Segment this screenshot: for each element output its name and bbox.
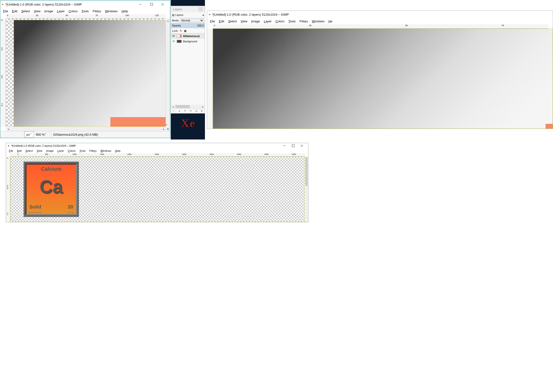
minimize-button[interactable] [135, 1, 146, 8]
menu-layer[interactable]: Layer [56, 149, 66, 153]
menu-colors[interactable]: Colors [274, 19, 286, 24]
layer-item[interactable]: 👁 Background [171, 39, 205, 44]
lock-paint-icon[interactable]: ✎ [180, 29, 182, 32]
delete-layer-icon[interactable]: 🗑 [200, 109, 203, 113]
maximize-button[interactable] [289, 143, 298, 148]
panel-titlebar[interactable]: Layers [171, 6, 205, 12]
menu-filters[interactable]: Filters [298, 19, 309, 24]
new-layer-icon[interactable]: ▭ [172, 109, 175, 113]
maximize-button[interactable] [146, 1, 157, 8]
panel-config-icon[interactable]: ◂ [202, 14, 204, 17]
menu-layer[interactable]: Layer [262, 19, 273, 24]
canvas[interactable] [213, 29, 553, 129]
gimp-window-3: *[Untitled]-1.0 (RGB color, 2 layers) 51… [6, 143, 308, 222]
scroll-right-icon[interactable]: ▸ [161, 127, 166, 131]
panel-menu-icon[interactable] [198, 7, 203, 11]
scrollbar-horizontal[interactable]: ◂ ▸ [6, 127, 166, 131]
scrollbar-vertical[interactable] [305, 157, 308, 222]
duplicate-layer-icon[interactable]: ⧉ [189, 109, 192, 113]
opacity-value: 100.0 [197, 24, 204, 27]
menu-filters[interactable]: Filters [88, 149, 98, 153]
scroll-thumb[interactable] [175, 105, 190, 108]
menu-filters[interactable]: Filters [91, 9, 103, 14]
menu-select[interactable]: Select [227, 19, 238, 24]
layers-tab[interactable]: Layers [175, 14, 183, 16]
titlebar[interactable]: *[Untitled]-1.0 (RGB color, 2 layers) 51… [0, 1, 170, 8]
opacity-row[interactable]: Opacity 100.0 [171, 23, 205, 28]
menu-file[interactable]: File [7, 149, 15, 153]
close-button[interactable] [298, 143, 306, 148]
menu-select[interactable]: Select [20, 9, 31, 14]
menu-tools[interactable]: Tools [287, 19, 297, 24]
menu-file[interactable]: File [209, 19, 217, 24]
menu-edit[interactable]: Edit [217, 19, 226, 24]
ruler-horizontal[interactable]: 0 25 50 75 [213, 24, 548, 29]
ruler-vertical[interactable]: 0 5 0 0 1 0 [6, 157, 10, 222]
ruler-horizontal[interactable]: 0 500 1000 1500 2000 2500 3000 3500 4000… [10, 153, 305, 157]
menu-windows[interactable]: Windows [311, 19, 326, 24]
scroll-track[interactable] [10, 127, 161, 131]
scroll-up-icon[interactable]: ▴ [166, 19, 170, 23]
modified-dot-icon [2, 4, 3, 5]
layers-tab-icon[interactable]: ▥ [172, 14, 174, 17]
menu-image[interactable]: Image [43, 9, 54, 14]
menu-view[interactable]: View [35, 149, 44, 153]
menu-view[interactable]: View [33, 9, 42, 14]
gimp-window-2: *[Untitled]-1.0 (RGB color, 2 layers) 51… [207, 11, 553, 129]
ruler-horizontal[interactable]: 0 25 50 75 100 125 [6, 14, 166, 19]
mode-select[interactable]: Normal [180, 19, 204, 22]
scroll-down-icon[interactable]: ▾ [166, 122, 167, 127]
element-number: 20 [68, 204, 73, 210]
titlebar[interactable]: *[Untitled]-1.0 (RGB color, 2 layers) 51… [6, 143, 308, 148]
menu-tools[interactable]: Tools [80, 9, 90, 14]
visibility-icon[interactable]: 👁 [172, 34, 175, 38]
lock-alpha-icon[interactable]: ▦ [184, 29, 187, 32]
scroll-left-icon[interactable]: ◂ [6, 127, 10, 131]
menu-help[interactable]: Help [113, 149, 122, 153]
mode-row: Mode: Normal [171, 18, 205, 23]
menu-help[interactable]: He [327, 19, 334, 24]
canvas[interactable]: Calcium Ca Solid 20 blockchainizator At … [10, 157, 305, 222]
menu-colors[interactable]: Colors [66, 149, 77, 153]
anchor-layer-icon[interactable]: ⚓ [195, 109, 198, 113]
canvas-area: 0 25 50 75 100 125 0 2 5 5 0 7 5 ▴ ▾ ◂ ▸ [0, 14, 170, 131]
nav-corner-icon[interactable]: ✥ [166, 127, 170, 131]
raise-layer-icon[interactable]: ▲ [178, 109, 181, 113]
lower-layer-icon[interactable]: ▼ [183, 109, 187, 113]
scroll-thumb[interactable] [305, 157, 308, 186]
menu-select[interactable]: Select [24, 149, 35, 153]
scrollbar-vertical[interactable]: ▴ ▾ [166, 19, 170, 127]
menu-edit[interactable]: Edit [16, 149, 23, 153]
menu-edit[interactable]: Edit [11, 9, 19, 14]
menubar: File Edit Select View Image Layer Colors… [6, 148, 308, 153]
visibility-icon[interactable]: 👁 [172, 40, 175, 43]
titlebar[interactable]: *[Untitled]-1.0 (RGB color, 2 layers) 51… [207, 11, 553, 18]
panel-scrollbar[interactable]: ◂ ▸ [171, 105, 205, 108]
menu-view[interactable]: View [239, 19, 249, 24]
panel-tabs: ▥ Layers ◂ [171, 12, 205, 18]
close-button[interactable] [157, 1, 168, 8]
canvas-content [213, 29, 553, 129]
menu-help[interactable]: Help [120, 9, 129, 14]
menubar: File Edit Select View Image Layer Colors… [0, 8, 170, 14]
menu-image[interactable]: Image [45, 149, 55, 153]
unit-selector[interactable]: px˅ [24, 131, 34, 138]
menu-file[interactable]: File [2, 9, 10, 14]
scroll-left-icon[interactable]: ◂ [171, 105, 175, 108]
menu-windows[interactable]: Windows [104, 9, 119, 14]
gimp-window-1: *[Untitled]-1.0 (RGB color, 2 layers) 51… [0, 0, 170, 138]
menu-windows[interactable]: Windows [99, 149, 113, 153]
menu-layer[interactable]: Layer [56, 9, 66, 14]
layer-item[interactable]: 👁 020atomoca1 [171, 33, 205, 39]
menu-image[interactable]: Image [250, 19, 261, 24]
minimize-button[interactable] [280, 143, 289, 148]
zoom-selector[interactable]: 800 % ˅ [34, 131, 51, 138]
menu-tools[interactable]: Tools [78, 149, 87, 153]
ruler-vertical[interactable]: 0 2 5 5 0 7 5 [0, 19, 6, 127]
canvas[interactable] [6, 19, 166, 127]
canvas-area: 0 25 50 75 [207, 24, 553, 129]
scroll-right-icon[interactable]: ▸ [201, 105, 205, 108]
ruler-vertical[interactable] [207, 29, 213, 129]
menu-colors[interactable]: Colors [67, 9, 79, 14]
panel-title: Layers [173, 7, 182, 11]
